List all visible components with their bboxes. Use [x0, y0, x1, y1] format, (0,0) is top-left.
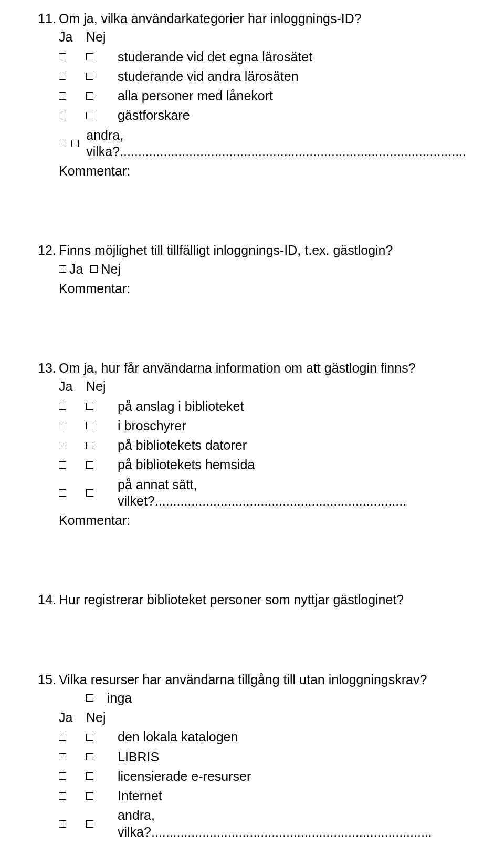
question-13-title-row: 13. Om ja, hur får användarna informatio… — [38, 360, 466, 376]
question-11-number: 11. — [38, 11, 59, 27]
q15-row-2-nej-checkbox[interactable] — [86, 753, 93, 760]
q11-row-2-ja-checkbox[interactable] — [59, 73, 66, 80]
q11-row-4: gästforskare — [38, 107, 466, 123]
q13-row-1-label: på anslag i biblioteket — [118, 398, 466, 415]
q11-row-3-ja-checkbox[interactable] — [59, 92, 66, 100]
q11-row-5: andra, vilka?...........................… — [38, 127, 466, 160]
question-12-text: Finns möjlighet till tillfälligt inloggn… — [59, 242, 466, 259]
q11-row-4-nej-checkbox[interactable] — [86, 112, 93, 119]
q12-ja-nej-row: Ja Nej — [38, 261, 466, 277]
q15-inga-label: inga — [107, 690, 132, 706]
q15-header: Ja Nej — [38, 709, 466, 726]
q15-row-2-label: LIBRIS — [118, 749, 466, 765]
q13-row-2-ja-checkbox[interactable] — [59, 422, 66, 429]
q15-row-1-ja-checkbox[interactable] — [59, 734, 66, 741]
q13-header-ja: Ja — [59, 378, 86, 395]
q15-row-3: licensierade e-resurser — [38, 768, 466, 785]
q13-row-4-ja-checkbox[interactable] — [59, 461, 66, 469]
q15-row-5-ja-checkbox[interactable] — [59, 820, 66, 828]
q11-row-1: studerande vid det egna lärosätet — [38, 49, 466, 65]
q12-ja-label: Ja — [69, 261, 83, 277]
question-15: 15. Vilka resurser har användarna tillgå… — [38, 672, 466, 846]
q11-row-4-ja-checkbox[interactable] — [59, 112, 66, 119]
q11-row-3-label: alla personer med lånekort — [118, 88, 466, 104]
q11-row-2-nej-checkbox[interactable] — [86, 73, 93, 80]
q11-header-ja: Ja — [59, 29, 86, 45]
question-12-title-row: 12. Finns möjlighet till tillfälligt inl… — [38, 242, 466, 259]
q13-header: Ja Nej — [38, 378, 466, 395]
question-14: 14. Hur registrerar biblioteket personer… — [38, 592, 466, 608]
question-12-number: 12. — [38, 242, 59, 259]
q13-row-1-nej-checkbox[interactable] — [86, 403, 93, 410]
q13-header-nej: Nej — [86, 378, 118, 395]
question-11: 11. Om ja, vilka användarkategorier har … — [38, 11, 466, 179]
question-13: 13. Om ja, hur får användarna informatio… — [38, 360, 466, 529]
q11-row-2: studerande vid andra lärosäten — [38, 68, 466, 85]
q11-row-5-label: andra, vilka?...........................… — [86, 127, 466, 160]
q15-row-2: LIBRIS — [38, 749, 466, 765]
q13-row-4: på bibliotekets hemsida — [38, 457, 466, 473]
page: 11. Om ja, vilka användarkategorier har … — [0, 0, 504, 845]
question-15-number: 15. — [38, 672, 59, 688]
question-14-title-row: 14. Hur registrerar biblioteket personer… — [38, 592, 466, 608]
q13-row-5-ja-checkbox[interactable] — [59, 489, 66, 497]
q15-row-4-ja-checkbox[interactable] — [59, 792, 66, 800]
q11-row-5-nej-checkbox[interactable] — [71, 140, 79, 147]
q11-kommentar-label: Kommentar: — [38, 163, 466, 179]
q12-nej-checkbox[interactable] — [90, 265, 98, 273]
q15-row-5-nej-checkbox[interactable] — [86, 820, 93, 828]
question-14-number: 14. — [38, 592, 59, 608]
question-13-number: 13. — [38, 360, 59, 376]
q15-row-1-label: den lokala katalogen — [118, 729, 466, 745]
question-15-text: Vilka resurser har användarna tillgång t… — [59, 672, 466, 688]
q13-row-4-nej-checkbox[interactable] — [86, 461, 93, 469]
q15-row-2-ja-checkbox[interactable] — [59, 753, 66, 760]
q12-kommentar-label: Kommentar: — [38, 281, 466, 297]
q13-row-3-nej-checkbox[interactable] — [86, 442, 93, 449]
q13-row-1: på anslag i biblioteket — [38, 398, 466, 415]
q15-header-nej: Nej — [86, 709, 118, 726]
q11-row-1-ja-checkbox[interactable] — [59, 53, 66, 60]
q13-row-5-label: på annat sätt, vilket?..................… — [118, 477, 466, 510]
q13-row-3: på bibliotekets datorer — [38, 437, 466, 454]
q13-row-5: på annat sätt, vilket?..................… — [38, 477, 466, 510]
q15-row-3-ja-checkbox[interactable] — [59, 772, 66, 780]
question-13-text: Om ja, hur får användarna information om… — [59, 360, 466, 376]
q15-inga-checkbox[interactable] — [86, 694, 93, 702]
q13-kommentar-label: Kommentar: — [38, 512, 466, 529]
q15-row-4-label: Internet — [118, 788, 466, 804]
q12-nej-label: Nej — [101, 261, 121, 277]
q13-row-2-nej-checkbox[interactable] — [86, 422, 93, 429]
q15-row-3-label: licensierade e-resurser — [118, 768, 466, 785]
q15-header-ja: Ja — [59, 709, 86, 726]
q13-row-1-ja-checkbox[interactable] — [59, 403, 66, 410]
q15-inga-row: inga — [38, 690, 466, 706]
q11-row-1-label: studerande vid det egna lärosätet — [118, 49, 466, 65]
q11-header-nej: Nej — [86, 29, 118, 45]
q11-row-3: alla personer med lånekort — [38, 88, 466, 104]
q11-header: Ja Nej — [38, 29, 466, 45]
question-11-title-row: 11. Om ja, vilka användarkategorier har … — [38, 11, 466, 27]
q13-row-3-label: på bibliotekets datorer — [118, 437, 466, 454]
q13-row-3-ja-checkbox[interactable] — [59, 442, 66, 449]
q13-row-2-label: i broschyrer — [118, 418, 466, 434]
question-12: 12. Finns möjlighet till tillfälligt inl… — [38, 242, 466, 297]
q15-row-4: Internet — [38, 788, 466, 804]
q15-row-1-nej-checkbox[interactable] — [86, 734, 93, 741]
q15-row-5: andra, vilka?...........................… — [38, 807, 466, 840]
q13-row-4-label: på bibliotekets hemsida — [118, 457, 466, 473]
q15-row-3-nej-checkbox[interactable] — [86, 772, 93, 780]
q11-row-2-label: studerande vid andra lärosäten — [118, 68, 466, 85]
question-15-title-row: 15. Vilka resurser har användarna tillgå… — [38, 672, 466, 688]
question-14-text: Hur registrerar biblioteket personer som… — [59, 592, 466, 608]
q15-row-1: den lokala katalogen — [38, 729, 466, 745]
q15-row-4-nej-checkbox[interactable] — [86, 792, 93, 800]
q12-ja-checkbox[interactable] — [59, 265, 66, 273]
q11-row-3-nej-checkbox[interactable] — [86, 92, 93, 100]
q11-row-4-label: gästforskare — [118, 107, 466, 123]
question-11-text: Om ja, vilka användarkategorier har inlo… — [59, 11, 466, 27]
q11-row-5-ja-checkbox[interactable] — [59, 140, 66, 147]
q13-row-2: i broschyrer — [38, 418, 466, 434]
q13-row-5-nej-checkbox[interactable] — [86, 489, 93, 497]
q11-row-1-nej-checkbox[interactable] — [86, 53, 93, 60]
